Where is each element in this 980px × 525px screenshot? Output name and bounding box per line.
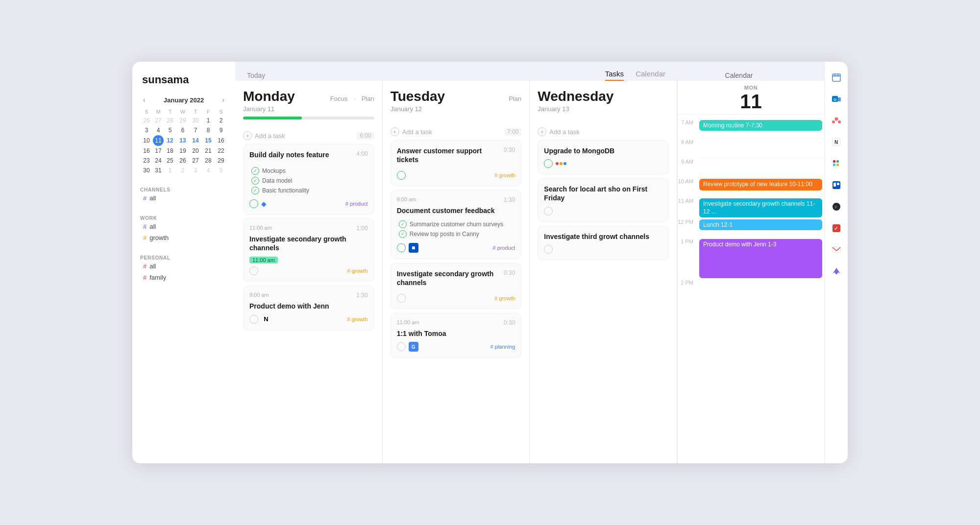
cal-day-16[interactable]: 16: [215, 135, 227, 146]
event-product-demo-jenn[interactable]: Product demo with Jenn 1-3: [699, 239, 822, 278]
tuesday-add-time: 7:00: [504, 128, 521, 136]
event-morning-routine[interactable]: Morning routine 7-7:30: [699, 120, 822, 131]
cal-day-25[interactable]: 25: [164, 156, 176, 166]
task-build-check[interactable]: [249, 199, 258, 208]
cal-day-20[interactable]: 20: [189, 146, 202, 156]
work-growth[interactable]: # growth: [140, 232, 227, 243]
tomoa-title: 1:1 with Tomoa: [397, 329, 515, 338]
third-growth-check[interactable]: [544, 245, 553, 254]
personal-all[interactable]: # all: [140, 261, 227, 272]
personal-family[interactable]: # family: [140, 272, 227, 283]
cal-day-27[interactable]: 27: [153, 116, 164, 125]
demo-check[interactable]: [249, 315, 258, 324]
cal-day-7[interactable]: 7: [189, 125, 202, 135]
event-lunch[interactable]: Lunch 12-1: [699, 219, 822, 230]
event-review-prototype[interactable]: Review prototype of new feature 10-11:00: [699, 179, 822, 191]
support-check[interactable]: [397, 171, 406, 180]
cal-day-30[interactable]: 30: [140, 166, 153, 175]
work-all[interactable]: # all: [140, 221, 227, 232]
cal-day-13[interactable]: 13: [176, 135, 189, 146]
outlook-icon[interactable]: O: [829, 91, 844, 107]
tuesday-plan-btn[interactable]: Plan: [509, 95, 521, 102]
time-11am: 11 AM: [678, 197, 697, 204]
mon-abbr: MON: [678, 85, 824, 91]
task-build-footer: ◆ # product: [249, 199, 368, 208]
monday-focus-btn[interactable]: Focus: [330, 95, 347, 102]
cal-day-21[interactable]: 21: [202, 146, 215, 156]
cal-day-6[interactable]: 6: [176, 125, 189, 135]
cal-day-28[interactable]: 28: [164, 116, 176, 125]
cal-day-5[interactable]: 5: [164, 125, 176, 135]
monday-progress-fill: [243, 117, 302, 119]
cal-grid: SMTWTFS 26272829301234567891011121314151…: [140, 108, 227, 175]
monday-add-task[interactable]: + Add a task 6:00: [243, 127, 374, 144]
cal-day-2[interactable]: 2: [215, 116, 227, 125]
wednesday-add-task[interactable]: + Add a task: [538, 123, 669, 140]
cal-day-16[interactable]: 16: [140, 146, 153, 156]
todoist-icon[interactable]: ✓: [829, 220, 844, 236]
cal-day-10[interactable]: 10: [140, 135, 153, 146]
cal-day-3[interactable]: 3: [140, 125, 153, 135]
event-investigate-secondary[interactable]: Investigate secondary growth channels 11…: [699, 198, 822, 217]
cal-day-30[interactable]: 30: [189, 116, 202, 125]
canny-check[interactable]: [399, 230, 407, 238]
cal-day-14[interactable]: 14: [189, 135, 202, 146]
svg-rect-14: [836, 160, 839, 163]
cal-day-19[interactable]: 19: [176, 146, 189, 156]
cal-day-17[interactable]: 17: [153, 146, 164, 156]
channel-all[interactable]: # all: [140, 192, 227, 204]
cal-day-9[interactable]: 9: [215, 125, 227, 135]
cal-day-23[interactable]: 23: [140, 156, 153, 166]
cal-day-11[interactable]: 11: [153, 135, 164, 146]
subtask-data-model-check[interactable]: [251, 177, 259, 185]
art-check[interactable]: [544, 207, 553, 215]
cal-day-27[interactable]: 27: [189, 156, 202, 166]
cal-day-1[interactable]: 1: [164, 166, 176, 175]
mongodb-check[interactable]: [544, 159, 553, 168]
notion-icon[interactable]: N: [829, 134, 844, 150]
cal-day-2[interactable]: 2: [176, 166, 189, 175]
tab-tasks[interactable]: Tasks: [605, 70, 624, 81]
cal-prev-button[interactable]: ‹: [141, 96, 147, 104]
cal-day-26[interactable]: 26: [140, 116, 153, 125]
github-icon[interactable]: ⑂: [829, 199, 844, 215]
cal-day-3[interactable]: 3: [189, 166, 202, 175]
trello-icon[interactable]: [829, 177, 844, 193]
asana-icon[interactable]: [829, 113, 844, 128]
doc-check[interactable]: [397, 243, 406, 252]
svg-point-9: [838, 120, 841, 123]
monday-plan-btn[interactable]: Plan: [362, 95, 374, 102]
cal-day-18[interactable]: 18: [164, 146, 176, 156]
right-calendar-label: Calendar: [725, 72, 753, 79]
investigate-title: Investigate secondary growth channels: [249, 235, 368, 252]
churn-check[interactable]: [399, 220, 407, 228]
cal-day-31[interactable]: 31: [153, 166, 164, 175]
cal-day-4[interactable]: 4: [202, 166, 215, 175]
cal-day-28[interactable]: 28: [202, 156, 215, 166]
tomoa-check[interactable]: [397, 342, 406, 351]
cal-day-12[interactable]: 12: [164, 135, 176, 146]
investigate-check[interactable]: [249, 266, 258, 275]
clickup-icon[interactable]: [829, 263, 844, 279]
google-calendar-icon[interactable]: [829, 70, 844, 85]
cal-day-24[interactable]: 24: [153, 156, 164, 166]
cal-next-button[interactable]: ›: [220, 96, 226, 104]
tab-calendar[interactable]: Calendar: [636, 70, 665, 81]
cal-day-4[interactable]: 4: [153, 125, 164, 135]
cal-day-29[interactable]: 29: [176, 116, 189, 125]
svg-rect-15: [836, 164, 839, 166]
tuesday-add-task[interactable]: + Add a task 7:00: [391, 123, 522, 140]
subtask-basic-func-check[interactable]: [251, 187, 259, 194]
cal-day-26[interactable]: 26: [176, 156, 189, 166]
tuesday-title: Tuesday: [391, 89, 445, 104]
cal-day-22[interactable]: 22: [215, 146, 227, 156]
cal-day-5[interactable]: 5: [215, 166, 227, 175]
cal-day-1[interactable]: 1: [202, 116, 215, 125]
slack-icon[interactable]: [829, 156, 844, 171]
subtask-mockups-check[interactable]: [251, 167, 259, 175]
gmail-icon[interactable]: [829, 242, 844, 258]
investigate-tue-check[interactable]: [397, 294, 406, 303]
cal-day-29[interactable]: 29: [215, 156, 227, 166]
cal-day-8[interactable]: 8: [202, 125, 215, 135]
cal-day-15[interactable]: 15: [202, 135, 215, 146]
